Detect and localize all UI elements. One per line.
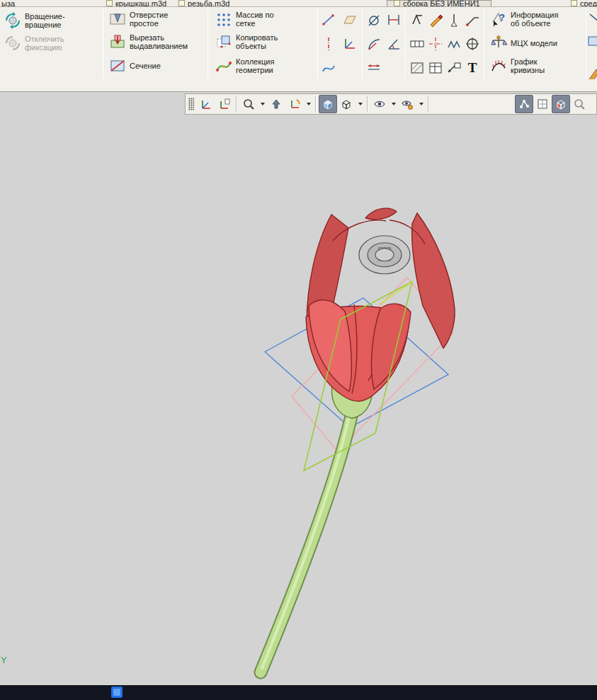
desig-tolerance-button[interactable] (408, 34, 426, 54)
section-button[interactable]: Сечение (106, 55, 164, 76)
aux-axis-button[interactable] (319, 34, 338, 54)
copy-objects-button[interactable]: Копироватьобъекты (212, 31, 280, 52)
mass-properties-button[interactable]: МЦХ модели (487, 33, 560, 54)
unfix-icon (4, 35, 21, 52)
sheet-display-button[interactable] (533, 95, 552, 113)
ribbon-separator (317, 8, 318, 91)
doc-tab-2[interactable]: резьба.m3d (178, 0, 229, 7)
simple-hole-icon (109, 11, 126, 28)
button-label: простое (130, 19, 168, 28)
document-icon (106, 0, 113, 6)
text-tool-button[interactable]: T (463, 58, 482, 78)
button-label: объекты (236, 42, 278, 51)
hide-components-button[interactable] (398, 95, 416, 113)
ribbon-separator (362, 8, 363, 91)
ribbon-separator (404, 8, 405, 91)
doc-tab-4[interactable]: средн... (571, 0, 597, 7)
button-label: МЦХ модели (511, 39, 557, 48)
model-rose-assembly[interactable] (212, 191, 496, 687)
curvature-graph-icon (490, 57, 507, 74)
button-label: Отверстие (130, 11, 168, 20)
aux-spline-button[interactable] (319, 58, 338, 78)
desig-leader-button[interactable] (463, 10, 482, 30)
desig-position-button[interactable] (463, 34, 482, 54)
show-csys-button[interactable] (197, 95, 215, 113)
button-label: выдавливанием (130, 42, 188, 51)
display-mode-button[interactable] (337, 95, 356, 113)
partial-cutoff-button[interactable] (570, 95, 589, 113)
display-mode-dropdown-button[interactable] (356, 95, 365, 113)
button-label: Отключить (25, 35, 64, 44)
zoom-button[interactable] (239, 95, 258, 113)
pointer-up-button[interactable] (267, 95, 285, 113)
rotation-mate-button[interactable]: Вращение-вращение (1, 10, 68, 31)
curvature-graph-button[interactable]: Графиккривизны (487, 55, 547, 76)
dim-auto-button[interactable] (365, 58, 383, 78)
grid-array-icon (215, 11, 232, 28)
toolbar-separator (315, 96, 317, 112)
orientation-button[interactable] (285, 95, 304, 113)
desig-marker-button[interactable] (426, 10, 445, 30)
geometry-collection-button[interactable]: Коллекциягеометрии (212, 55, 277, 76)
svg-text:?: ? (499, 12, 505, 23)
desig-hatch-button[interactable] (408, 58, 426, 78)
doc-tab-3[interactable]: сборка БЕЗ ИМЕНИ1 (394, 0, 480, 7)
button-label: сетке (236, 19, 274, 28)
dim-angle-button[interactable] (385, 34, 403, 54)
ribbon-cutoff-panel (587, 8, 597, 91)
aux-line-button[interactable] (319, 10, 338, 30)
hide-objects-button[interactable] (370, 95, 389, 113)
document-icon (394, 0, 400, 6)
dim-radial-button[interactable] (365, 34, 383, 54)
chevron-down-icon (307, 103, 311, 105)
taskbar-app-icon[interactable] (111, 687, 123, 698)
ribbon-separator (586, 8, 586, 91)
object-info-button[interactable]: ? Информацияоб объекте (487, 8, 561, 30)
aux-csys-button[interactable] (341, 34, 359, 54)
document-tabs-strip: ыза крышкаш.m3d резьба.m3d сборка БЕЗ ИМ… (0, 0, 597, 7)
desig-table-button[interactable] (426, 58, 445, 78)
dim-diameter-button[interactable] (365, 10, 383, 30)
doc-tab-1[interactable]: крышкаш.m3d (106, 0, 166, 7)
doc-tab-partial[interactable]: ыза (1, 0, 15, 7)
document-icon (178, 0, 185, 6)
view-toolbar (185, 93, 597, 115)
chevron-down-icon (358, 103, 363, 105)
button-label: Копировать (236, 33, 278, 42)
toolbar-drag-handle[interactable] (188, 98, 194, 110)
desig-datum-button[interactable] (445, 10, 463, 30)
simple-hole-button[interactable]: Отверстиепростое (106, 8, 171, 30)
aux-plane-button[interactable] (341, 10, 359, 30)
button-label: Информация (511, 11, 558, 20)
text-tool-icon: T (468, 60, 477, 76)
zoom-dropdown-button[interactable] (258, 95, 267, 113)
clip-view-button[interactable] (515, 95, 533, 113)
dim-linear-button[interactable] (385, 10, 403, 30)
ribbon-toolbar: Вращение-вращение Отключитьфиксацию Отве… (0, 7, 597, 79)
orientation-dropdown-button[interactable] (304, 95, 313, 113)
unfix-button[interactable]: Отключитьфиксацию (1, 33, 67, 54)
doc-tab-label: крышкаш.m3d (115, 0, 166, 7)
chevron-down-icon (419, 103, 423, 105)
button-label: Массив по (236, 11, 274, 20)
toolbar-separator (367, 96, 368, 112)
chevron-down-icon (392, 103, 396, 105)
desig-roughness-button[interactable] (408, 10, 426, 30)
viewport-3d[interactable]: Y (0, 92, 597, 685)
cut-extrude-button[interactable]: Вырезатьвыдавливанием (106, 31, 191, 52)
component-display-button[interactable] (552, 95, 570, 113)
hide-objects-dropdown-button[interactable] (389, 95, 398, 113)
button-label: вращение (25, 21, 65, 30)
display-shaded-button[interactable] (319, 95, 337, 113)
desig-note-button[interactable] (445, 58, 463, 78)
button-label: График (511, 57, 545, 67)
hide-components-dropdown-button[interactable] (416, 95, 426, 113)
rose-stem[interactable] (261, 416, 351, 672)
os-taskbar[interactable] (0, 685, 597, 700)
show-sketch-csys-button[interactable] (215, 95, 234, 113)
desig-weld-button[interactable] (445, 34, 463, 54)
grid-array-button[interactable]: Массив посетке (212, 8, 277, 30)
geometry-collection-icon (215, 57, 232, 74)
desig-centerline-button[interactable] (426, 34, 445, 54)
ribbon-separator (207, 8, 208, 91)
